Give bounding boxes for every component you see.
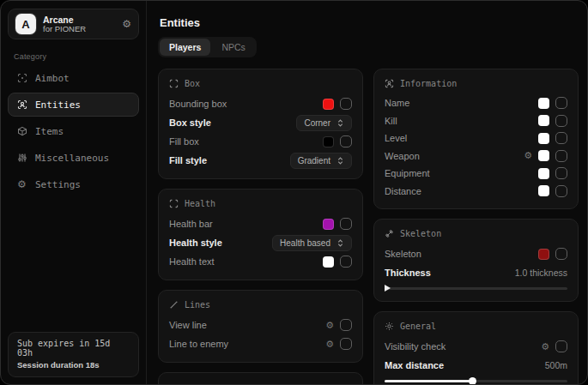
panel-skeleton: Skeleton Skeleton Thickness 1.0 thicknes… bbox=[373, 219, 579, 302]
setting-row-kill: Kill bbox=[385, 112, 567, 130]
gear-icon[interactable]: ⚙ bbox=[325, 340, 334, 349]
panel-title: Health bbox=[185, 199, 215, 208]
checkbox[interactable] bbox=[340, 98, 352, 110]
setting-label: Fill style bbox=[169, 155, 207, 165]
tab-npcs[interactable]: NPCs bbox=[212, 39, 254, 56]
setting-label: Fill box bbox=[169, 136, 199, 147]
setting-row-visibility-check: Visibility check ⚙ bbox=[385, 337, 567, 356]
app-window: A Arcane for PIONER ⚙ Category Aimbot En… bbox=[0, 0, 588, 385]
sidebar-nav: Aimbot Entities Items Miscellaneous bbox=[8, 66, 139, 196]
color-swatch[interactable] bbox=[538, 150, 549, 161]
checkbox[interactable] bbox=[555, 97, 567, 109]
panel-lines: Lines View line ⚙ Line to enemy ⚙ bbox=[158, 290, 363, 363]
setting-label: Level bbox=[385, 133, 407, 143]
checkbox[interactable] bbox=[555, 150, 567, 162]
page-title: Entities bbox=[160, 16, 579, 29]
sidebar-item-miscellaneous[interactable]: Miscellaneous bbox=[8, 146, 139, 170]
setting-label: Equipment bbox=[385, 168, 430, 178]
fill-style-dropdown[interactable]: Gradient bbox=[290, 153, 352, 169]
color-swatch[interactable] bbox=[538, 249, 549, 260]
gear-icon[interactable]: ⚙ bbox=[122, 18, 131, 30]
checkbox[interactable] bbox=[340, 319, 352, 331]
footer-card bbox=[158, 372, 363, 385]
setting-row-health-text: Health text bbox=[169, 252, 352, 271]
setting-label: Kill bbox=[385, 116, 397, 126]
crosshair-icon bbox=[16, 73, 27, 83]
color-swatch[interactable] bbox=[323, 99, 334, 110]
sidebar-item-aimbot[interactable]: Aimbot bbox=[8, 66, 139, 90]
chevron-up-down-icon bbox=[336, 119, 344, 127]
checkbox[interactable] bbox=[555, 115, 567, 127]
setting-row-health-bar: Health bar bbox=[169, 214, 352, 233]
slider-track bbox=[385, 287, 567, 290]
sub-expiry-text: Sub expires in 15d 03h bbox=[17, 339, 130, 358]
sidebar-item-entities[interactable]: Entities bbox=[8, 93, 139, 117]
gear-icon[interactable]: ⚙ bbox=[325, 321, 334, 330]
thickness-slider[interactable] bbox=[385, 284, 567, 292]
setting-row-view-line: View line ⚙ bbox=[169, 316, 352, 334]
brand-logo: A bbox=[15, 14, 36, 34]
color-swatch[interactable] bbox=[538, 185, 549, 196]
setting-label: Name bbox=[385, 98, 409, 108]
sun-icon bbox=[385, 322, 394, 331]
panel-box: Box Bounding box Box style Corner bbox=[158, 69, 363, 179]
checkbox[interactable] bbox=[555, 167, 567, 179]
color-swatch[interactable] bbox=[323, 219, 334, 230]
setting-label: View line bbox=[169, 320, 207, 330]
color-swatch[interactable] bbox=[323, 256, 334, 268]
brand-subtitle: for PIONER bbox=[43, 25, 86, 34]
checkbox[interactable] bbox=[340, 218, 352, 230]
brackets-icon bbox=[169, 79, 179, 88]
setting-label: Bounding box bbox=[169, 99, 227, 109]
gear-icon[interactable]: ⚙ bbox=[524, 151, 532, 160]
setting-label: Box style bbox=[169, 117, 211, 128]
checkbox[interactable] bbox=[555, 132, 567, 144]
subscription-card: Sub expires in 15d 03h Session duration … bbox=[8, 332, 139, 377]
slider-thumb[interactable] bbox=[385, 285, 391, 292]
setting-row-weapon: Weapon ⚙ bbox=[385, 147, 567, 165]
max-distance-slider[interactable] bbox=[385, 376, 567, 385]
checkbox[interactable] bbox=[555, 185, 567, 197]
setting-label: Thickness bbox=[385, 268, 431, 278]
sliders-icon bbox=[16, 153, 27, 163]
sidebar-item-label: Aimbot bbox=[35, 73, 70, 84]
color-swatch[interactable] bbox=[538, 115, 549, 126]
setting-row-max-distance: Max distance 500m bbox=[385, 356, 567, 375]
gear-icon: ⚙ bbox=[16, 178, 27, 190]
health-style-dropdown[interactable]: Health based bbox=[272, 235, 352, 251]
sidebar: A Arcane for PIONER ⚙ Category Aimbot En… bbox=[1, 1, 147, 384]
setting-row-name: Name bbox=[385, 94, 567, 112]
setting-row-box-style: Box style Corner bbox=[169, 113, 352, 132]
sidebar-item-items[interactable]: Items bbox=[8, 119, 139, 143]
chevron-up-down-icon bbox=[336, 239, 344, 247]
panel-title: Lines bbox=[185, 300, 210, 310]
checkbox[interactable] bbox=[340, 338, 352, 350]
setting-row-line-to-enemy: Line to enemy ⚙ bbox=[169, 334, 352, 353]
checkbox[interactable] bbox=[555, 340, 567, 352]
color-swatch[interactable] bbox=[538, 168, 549, 179]
panel-title: General bbox=[400, 322, 436, 331]
slider-thumb[interactable] bbox=[469, 377, 476, 385]
setting-row-distance: Distance bbox=[385, 183, 567, 201]
checkbox[interactable] bbox=[555, 248, 567, 260]
setting-label: Visibility check bbox=[385, 341, 446, 352]
sidebar-item-label: Miscellaneous bbox=[35, 153, 109, 164]
setting-row-fill-style: Fill style Gradient bbox=[169, 151, 352, 170]
tab-players[interactable]: Players bbox=[160, 39, 210, 56]
gear-icon[interactable]: ⚙ bbox=[541, 342, 549, 352]
checkbox[interactable] bbox=[340, 256, 352, 268]
color-swatch[interactable] bbox=[323, 136, 334, 147]
setting-row-fill-box: Fill box bbox=[169, 132, 352, 151]
color-swatch[interactable] bbox=[538, 133, 549, 144]
brand-card: A Arcane for PIONER ⚙ bbox=[8, 9, 139, 39]
checkbox[interactable] bbox=[340, 135, 352, 147]
max-distance-value: 500m bbox=[545, 360, 567, 370]
setting-row-thickness: Thickness 1.0 thickness bbox=[385, 263, 567, 282]
box-style-dropdown[interactable]: Corner bbox=[296, 115, 352, 131]
setting-label: Health text bbox=[169, 256, 215, 267]
sidebar-item-label: Settings bbox=[35, 179, 81, 190]
setting-label: Max distance bbox=[385, 360, 444, 370]
sidebar-item-settings[interactable]: ⚙ Settings bbox=[8, 172, 139, 196]
bone-icon bbox=[385, 229, 394, 238]
color-swatch[interactable] bbox=[538, 98, 549, 109]
